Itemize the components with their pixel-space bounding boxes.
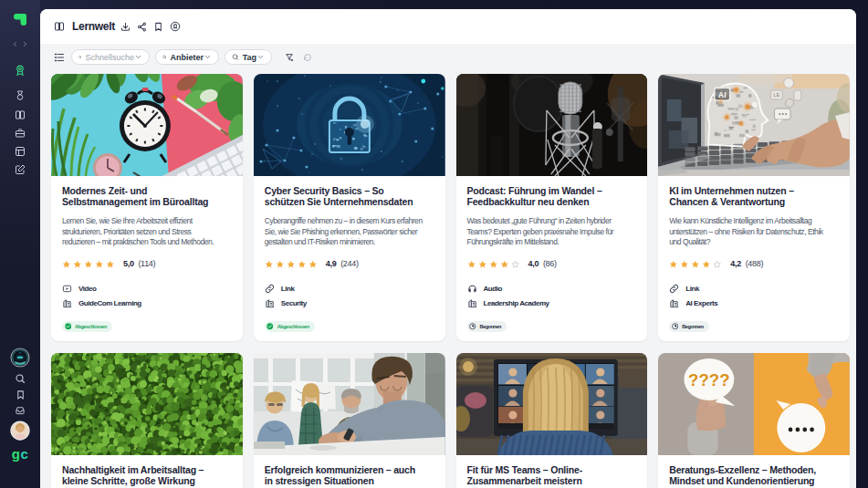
svg-text:AI: AI — [718, 90, 727, 99]
svg-text:LE: LE — [774, 92, 780, 98]
svg-text:????: ???? — [688, 370, 729, 389]
